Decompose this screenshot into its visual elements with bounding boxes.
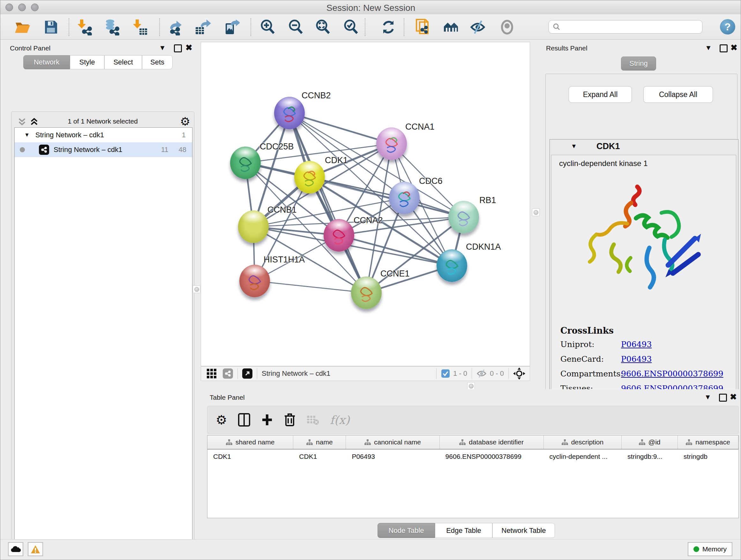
delete-column-trash-icon[interactable] <box>284 413 295 427</box>
tab-edge-table[interactable]: Edge Table <box>435 523 492 538</box>
network-tree-row[interactable]: String Network – cdk1 11 48 <box>15 142 192 157</box>
export-image-icon[interactable] <box>223 19 240 36</box>
network-node[interactable] <box>274 97 305 129</box>
protein-scribble-icon <box>389 182 420 214</box>
hidden-eye-slash-icon[interactable] <box>476 369 487 378</box>
network-node[interactable] <box>238 210 269 243</box>
import-network-icon[interactable] <box>76 19 92 36</box>
tab-network-table[interactable]: Network Table <box>492 523 555 538</box>
tab-string[interactable]: String <box>621 57 656 71</box>
left-splitter-handle[interactable] <box>193 286 200 293</box>
network-node[interactable] <box>324 219 354 252</box>
control-panel-close-icon[interactable]: ✖ <box>185 44 192 51</box>
network-node[interactable] <box>239 265 270 297</box>
results-panel-menu-icon[interactable]: ▼ <box>705 44 712 52</box>
table-panel: Table Panel ▼ ✖ ⚙ f(x) shared namenameca… <box>205 389 741 537</box>
show-all-icon[interactable] <box>499 19 515 36</box>
network-canvas[interactable]: CCNB2CCNA1CDC25BCDK1CDC6RB1CCNB1CCNA2CDK… <box>201 42 530 366</box>
save-session-icon[interactable] <box>43 19 59 36</box>
import-network-from-database-icon[interactable] <box>103 19 120 36</box>
tab-node-table[interactable]: Node Table <box>378 523 435 538</box>
network-node[interactable] <box>436 249 467 282</box>
network-type-badge-icon[interactable] <box>223 368 233 379</box>
table-panel-float-icon[interactable] <box>719 394 727 401</box>
expand-all-button[interactable]: Expand All <box>569 86 632 103</box>
open-session-icon[interactable] <box>14 19 31 36</box>
column-header[interactable]: canonical name <box>346 435 440 449</box>
node-count: 11 <box>161 145 169 154</box>
network-node[interactable] <box>448 201 479 233</box>
zoom-out-icon[interactable] <box>287 19 304 36</box>
toolbar-separator <box>69 18 69 36</box>
column-header[interactable]: database identifier <box>440 435 544 449</box>
crosslink-value-link[interactable]: 9606.ENSP00000378699 <box>621 369 724 378</box>
clone-network-icon[interactable] <box>415 19 432 36</box>
network-node[interactable] <box>294 161 325 193</box>
network-node[interactable] <box>351 276 382 309</box>
first-neighbors-icon[interactable] <box>443 19 459 36</box>
horizontal-splitter-handle[interactable] <box>467 382 475 390</box>
zoom-selected-icon[interactable] <box>343 19 359 36</box>
function-builder-icon[interactable]: f(x) <box>330 414 350 427</box>
network-tree-root-row[interactable]: ▼ String Network – cdk1 1 <box>15 128 192 142</box>
crosslink-value-link[interactable]: P06493 <box>621 340 652 349</box>
export-table-icon[interactable] <box>194 19 211 36</box>
search-field[interactable] <box>549 20 702 34</box>
selected-checkbox-icon[interactable] <box>441 369 450 378</box>
tab-sets[interactable]: Sets <box>142 55 173 69</box>
main-toolbar: ? <box>0 14 741 40</box>
column-header[interactable]: @id <box>622 435 678 449</box>
fit-content-crosshair-icon[interactable] <box>513 368 525 380</box>
column-type-icon <box>639 439 645 445</box>
gene-collapse-triangle-icon[interactable]: ▼ <box>571 143 577 150</box>
collapse-all-button[interactable]: Collapse All <box>643 86 713 103</box>
table-settings-gear-icon[interactable]: ⚙ <box>216 413 227 427</box>
gene-section: ▼ CDK1 cyclin-dependent kinase 1 <box>549 139 738 400</box>
import-table-icon[interactable] <box>131 19 148 36</box>
refresh-icon[interactable] <box>380 19 397 36</box>
crosslink-value-link[interactable]: P06493 <box>621 354 652 364</box>
warnings-button[interactable] <box>28 542 43 556</box>
column-type-icon <box>459 439 466 445</box>
network-edge[interactable] <box>289 113 366 293</box>
collapse-triangle-icon[interactable]: ▼ <box>24 132 30 138</box>
right-splitter-handle[interactable] <box>532 208 540 216</box>
zoom-in-icon[interactable] <box>259 19 276 36</box>
column-header[interactable]: description <box>544 435 622 449</box>
birds-eye-grid-icon[interactable] <box>206 368 217 379</box>
export-network-icon[interactable] <box>168 19 185 36</box>
node-label: CDC25B <box>260 142 294 152</box>
column-header[interactable]: name <box>293 435 346 449</box>
network-node[interactable] <box>389 182 420 214</box>
protein-structure-image <box>577 178 711 318</box>
results-panel-title: Results Panel <box>546 44 588 52</box>
column-header[interactable]: namespace <box>678 435 738 449</box>
open-in-browser-icon[interactable] <box>242 368 253 379</box>
zoom-fit-icon[interactable] <box>315 19 331 36</box>
control-panel-float-icon[interactable] <box>174 44 182 52</box>
hide-selected-icon[interactable] <box>469 19 486 36</box>
table-panel-menu-icon[interactable]: ▼ <box>704 393 711 401</box>
help-button[interactable]: ? <box>720 19 735 35</box>
tab-style[interactable]: Style <box>70 55 105 69</box>
cloud-status-button[interactable] <box>8 542 23 556</box>
network-options-gear-icon[interactable]: ⚙ <box>180 115 190 128</box>
results-panel-close-icon[interactable]: ✖ <box>731 44 738 51</box>
column-header[interactable]: shared name <box>207 435 293 449</box>
show-columns-icon[interactable] <box>238 413 250 427</box>
network-node[interactable] <box>230 146 261 179</box>
delete-table-icon[interactable] <box>307 415 319 425</box>
toolbar-separator <box>159 18 160 36</box>
results-panel-float-icon[interactable] <box>720 44 728 52</box>
toolbar-separator <box>404 18 404 36</box>
memory-button[interactable]: Memory <box>688 542 732 556</box>
table-row[interactable]: CDK1CDK1P064939606.ENSP00000378699cyclin… <box>207 449 738 463</box>
tab-network[interactable]: Network <box>23 55 70 69</box>
network-node[interactable] <box>376 127 407 160</box>
search-input[interactable] <box>560 22 696 31</box>
tab-select[interactable]: Select <box>105 55 142 69</box>
add-column-icon[interactable] <box>261 413 273 427</box>
control-panel-menu-icon[interactable]: ▼ <box>159 44 166 52</box>
crosslink-row: Uniprot: P06493 <box>560 340 733 349</box>
table-panel-close-icon[interactable]: ✖ <box>730 394 737 400</box>
